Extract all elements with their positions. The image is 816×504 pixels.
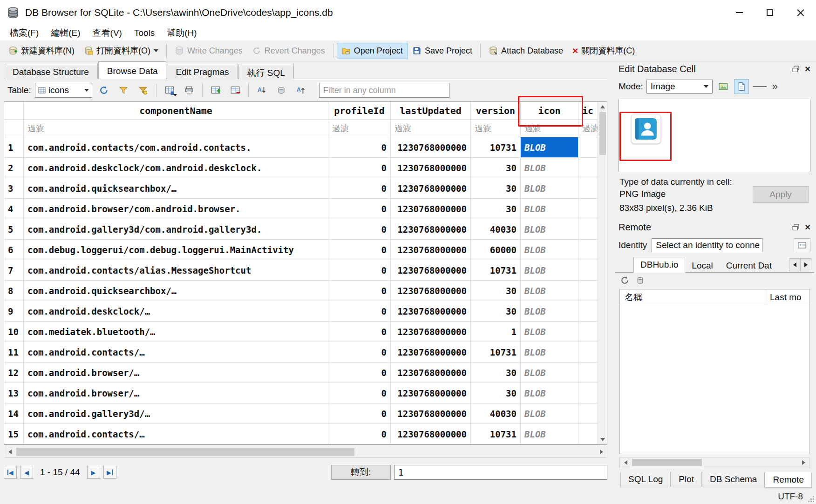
cell-icon[interactable]: BLOB [521, 383, 578, 403]
delete-record-button[interactable] [227, 83, 243, 98]
float-panel-icon[interactable] [792, 224, 799, 231]
cell-version[interactable]: 60000 [471, 240, 521, 260]
sort-ascending-button[interactable]: A [254, 83, 270, 98]
row-number-header[interactable]: 10 [4, 322, 24, 342]
last-record-button[interactable]: ▶ [103, 466, 116, 479]
cell-partial[interactable] [578, 383, 598, 403]
cell-lastUpdated[interactable]: 1230768000000 [391, 137, 471, 157]
cell-partial[interactable] [578, 363, 598, 383]
cell-partial[interactable] [578, 322, 598, 342]
cell-componentName[interactable]: com.android.quicksearchbox/… [24, 281, 328, 301]
cell-componentName[interactable]: com.android.deskclock/com.android.deskcl… [24, 158, 328, 178]
cell-version[interactable]: 10731 [471, 137, 521, 157]
row-number-header[interactable]: 9 [4, 301, 24, 321]
cell-profileId[interactable]: 0 [328, 301, 391, 321]
tab-current-database[interactable]: Current Dat [720, 258, 778, 272]
cell-version[interactable]: 30 [471, 199, 521, 219]
column-header-icon[interactable]: icon [521, 102, 578, 120]
cell-profileId[interactable]: 0 [328, 383, 391, 403]
cell-icon[interactable]: BLOB [521, 199, 578, 219]
tab-db-schema[interactable]: DB Schema [702, 472, 765, 487]
cell-image-preview[interactable] [631, 114, 661, 144]
row-number-header[interactable]: 2 [4, 158, 24, 178]
filter-input-partial[interactable]: 過濾 [578, 120, 598, 137]
filter-any-column-input[interactable] [319, 83, 449, 98]
goto-record-input[interactable] [394, 465, 607, 480]
cell-lastUpdated[interactable]: 1230768000000 [391, 281, 471, 301]
tab-browse-data[interactable]: Browse Data [98, 61, 167, 79]
cell-componentName[interactable]: com.android.contacts/alias.MessageShortc… [24, 260, 328, 280]
cell-icon[interactable]: BLOB [521, 260, 578, 280]
cell-version[interactable]: 1 [471, 322, 521, 342]
cell-lastUpdated[interactable]: 1230768000000 [391, 383, 471, 403]
remote-clone-icon[interactable] [636, 276, 645, 285]
horizontal-scrollbar-thumb[interactable] [16, 448, 354, 456]
cell-lastUpdated[interactable]: 1230768000000 [391, 219, 471, 239]
scroll-left-icon[interactable] [4, 450, 15, 454]
cell-profileId[interactable]: 0 [328, 240, 391, 260]
cell-profileId[interactable]: 0 [328, 363, 391, 383]
row-number-header[interactable]: 14 [4, 403, 24, 423]
cell-partial[interactable] [578, 158, 598, 178]
tab-local[interactable]: Local [685, 258, 719, 272]
goto-button[interactable]: 轉到: [331, 465, 391, 480]
row-number-header[interactable]: 11 [4, 342, 24, 362]
menu-tools[interactable]: Tools [128, 27, 161, 40]
tab-dbhub[interactable]: DBHub.io [633, 257, 685, 273]
row-number-header[interactable]: 8 [4, 281, 24, 301]
cell-partial[interactable] [578, 301, 598, 321]
maximize-button[interactable] [755, 0, 785, 25]
import-identity-button[interactable] [794, 238, 810, 252]
cell-version[interactable]: 10731 [471, 260, 521, 280]
tab-scroll-left-button[interactable] [789, 258, 800, 271]
close-panel-icon[interactable]: × [805, 223, 810, 231]
mode-selector[interactable]: Image [646, 80, 713, 94]
cell-partial[interactable] [578, 199, 598, 219]
cell-icon[interactable]: BLOB [521, 363, 578, 383]
cell-lastUpdated[interactable]: 1230768000000 [391, 424, 471, 444]
cell-partial[interactable] [578, 137, 598, 157]
cell-componentName[interactable]: com.android.contacts/com.android.contact… [24, 137, 328, 157]
image-view-button[interactable] [734, 79, 749, 94]
cell-profileId[interactable]: 0 [328, 137, 391, 157]
encoding-indicator[interactable]: UTF-8 [778, 491, 803, 502]
cell-version[interactable]: 30 [471, 383, 521, 403]
sort-descending-button[interactable]: A [293, 83, 309, 98]
insert-record-button[interactable] [208, 83, 224, 98]
cell-componentName[interactable]: com.android.deskclock/… [24, 301, 328, 321]
cell-lastUpdated[interactable]: 1230768000000 [391, 342, 471, 362]
cell-componentName[interactable]: com.android.gallery3d/… [24, 403, 328, 423]
cell-componentName[interactable]: com.android.contacts/… [24, 342, 328, 362]
cell-lastUpdated[interactable]: 1230768000000 [391, 403, 471, 423]
row-number-header[interactable]: 13 [4, 383, 24, 403]
cell-lastUpdated[interactable]: 1230768000000 [391, 363, 471, 383]
cell-partial[interactable] [578, 219, 598, 239]
attach-database-button[interactable]: Attach Database [484, 43, 568, 59]
cell-profileId[interactable]: 0 [328, 424, 391, 444]
menu-file[interactable]: 檔案(F) [4, 26, 45, 40]
first-record-button[interactable]: ◀ [4, 466, 17, 479]
remote-horizontal-scrollbar[interactable] [619, 457, 809, 468]
write-changes-button[interactable]: Write Changes [170, 43, 247, 59]
cell-lastUpdated[interactable]: 1230768000000 [391, 301, 471, 321]
cell-profileId[interactable]: 0 [328, 403, 391, 423]
clear-filters-button[interactable] [116, 83, 131, 98]
cell-profileId[interactable]: 0 [328, 322, 391, 342]
cell-icon[interactable]: BLOB [521, 322, 578, 342]
column-header-name[interactable]: 名稱 [620, 289, 766, 305]
cell-partial[interactable] [578, 424, 598, 444]
tab-database-structure[interactable]: Database Structure [4, 64, 98, 79]
column-header-componentName[interactable]: componentName [24, 102, 328, 120]
cell-lastUpdated[interactable]: 1230768000000 [391, 260, 471, 280]
minimize-button[interactable] [724, 0, 755, 25]
cell-componentName[interactable]: com.android.browser/com.android.browser. [24, 199, 328, 219]
resize-grip-icon[interactable] [808, 496, 815, 503]
scroll-right-icon[interactable] [798, 460, 809, 465]
scroll-up-icon[interactable] [600, 105, 605, 108]
cell-partial[interactable] [578, 260, 598, 280]
filter-input-componentName[interactable]: 過濾 [24, 120, 328, 137]
cell-componentName[interactable]: com.mediatek.bluetooth/… [24, 322, 328, 342]
cell-partial[interactable] [578, 178, 598, 198]
row-number-header[interactable]: 12 [4, 363, 24, 383]
remote-refresh-icon[interactable] [620, 276, 629, 285]
